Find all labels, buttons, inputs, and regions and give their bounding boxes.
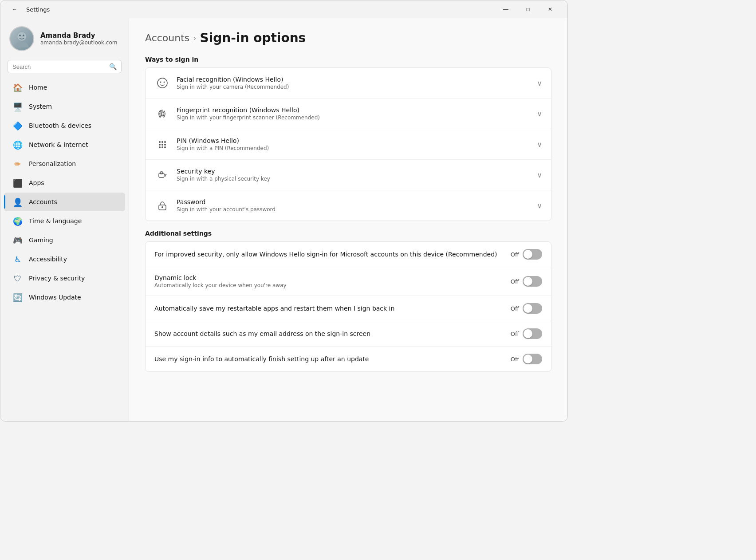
sidebar-item-system[interactable]: 🖥️ System — [4, 97, 125, 116]
svg-point-10 — [164, 141, 166, 143]
toggle-row-sign-in-info: Use my sign-in info to automatically fin… — [146, 347, 551, 371]
sidebar-item-time[interactable]: 🌍 Time & language — [4, 212, 125, 230]
nav-icon-time: 🌍 — [13, 216, 23, 226]
sidebar-item-personalization[interactable]: ✏️ Personalization — [4, 154, 125, 173]
nav-label-personalization: Personalization — [29, 160, 76, 167]
breadcrumb-separator: › — [193, 33, 196, 43]
nav-icon-update: 🔄 — [13, 292, 23, 302]
sign-in-icon-facial — [154, 75, 170, 91]
nav-list: 🏠 Home 🖥️ System 🔷 Bluetooth & devices 🌐… — [0, 78, 129, 307]
svg-point-9 — [161, 141, 163, 143]
title-bar-left: ← Settings — [8, 2, 50, 16]
sidebar-item-bluetooth[interactable]: 🔷 Bluetooth & devices — [4, 116, 125, 135]
svg-point-11 — [159, 144, 161, 146]
sign-in-text-facial: Facial recognition (Windows Hello) Sign … — [177, 76, 537, 90]
sign-in-item-password[interactable]: Password Sign in with your account's pas… — [146, 190, 551, 221]
toggle-text-restartable-apps: Automatically save my restartable apps a… — [154, 305, 511, 312]
sign-in-sublabel-facial: Sign in with your camera (Recommended) — [177, 84, 537, 90]
search-box[interactable]: 🔍 — [8, 60, 122, 73]
search-icon: 🔍 — [109, 63, 117, 70]
toggle-switch-account-details[interactable] — [523, 328, 542, 339]
svg-point-12 — [161, 144, 163, 146]
app-body: Amanda Brady amanda.brady@outlook.com 🔍 … — [0, 18, 567, 421]
svg-point-22 — [161, 206, 163, 208]
toggle-text-dynamic-lock: Dynamic lockAutomatically lock your devi… — [154, 274, 511, 288]
toggle-text-windows-hello-only: For improved security, only allow Window… — [154, 251, 511, 258]
app-title: Settings — [26, 6, 50, 13]
user-email: amanda.brady@outlook.com — [40, 39, 117, 46]
toggle-group-sign-in-info: Off — [511, 354, 542, 364]
sidebar-item-privacy[interactable]: 🛡 Privacy & security — [4, 269, 125, 288]
svg-point-5 — [158, 78, 167, 88]
search-input[interactable] — [12, 63, 106, 70]
toggle-off-label-windows-hello-only: Off — [511, 251, 519, 258]
svg-point-15 — [161, 146, 163, 148]
sidebar-item-network[interactable]: 🌐 Network & internet — [4, 135, 125, 154]
sidebar-item-gaming[interactable]: 🎮 Gaming — [4, 231, 125, 249]
nav-label-time: Time & language — [29, 217, 82, 225]
toggle-switch-restartable-apps[interactable] — [523, 303, 542, 314]
sign-in-item-facial[interactable]: Facial recognition (Windows Hello) Sign … — [146, 68, 551, 99]
toggle-switch-windows-hello-only[interactable] — [523, 249, 542, 260]
toggle-sublabel-dynamic-lock: Automatically lock your device when you'… — [154, 282, 502, 288]
nav-label-accessibility: Accessibility — [29, 256, 67, 263]
sidebar-item-accounts[interactable]: 👤 Accounts — [4, 193, 125, 211]
sidebar-item-apps[interactable]: ⬛ Apps — [4, 174, 125, 192]
chevron-icon-facial: ∨ — [537, 79, 542, 87]
sidebar-item-accessibility[interactable]: ♿ Accessibility — [4, 250, 125, 268]
sign-in-item-fingerprint[interactable]: Fingerprint recognition (Windows Hello) … — [146, 99, 551, 129]
additional-card: For improved security, only allow Window… — [145, 241, 551, 372]
back-button[interactable]: ← — [8, 2, 22, 16]
ways-card: Facial recognition (Windows Hello) Sign … — [145, 67, 551, 221]
toggle-off-label-account-details: Off — [511, 331, 519, 337]
sign-in-item-pin[interactable]: PIN (Windows Hello) Sign in with a PIN (… — [146, 129, 551, 160]
nav-icon-home: 🏠 — [13, 83, 23, 92]
minimize-button[interactable]: — — [496, 2, 516, 16]
chevron-icon-password: ∨ — [537, 201, 542, 210]
sign-in-text-fingerprint: Fingerprint recognition (Windows Hello) … — [177, 106, 537, 121]
toggle-group-restartable-apps: Off — [511, 303, 542, 314]
sign-in-label-pin: PIN (Windows Hello) — [177, 137, 537, 144]
nav-icon-accounts: 👤 — [13, 197, 23, 207]
user-info: Amanda Brady amanda.brady@outlook.com — [40, 32, 117, 46]
additional-section: Additional settings For improved securit… — [145, 230, 551, 372]
nav-label-home: Home — [29, 84, 47, 91]
nav-icon-system: 🖥️ — [13, 102, 23, 111]
sign-in-item-securitykey[interactable]: Security key Sign in with a physical sec… — [146, 160, 551, 190]
svg-point-6 — [160, 82, 161, 83]
sidebar: Amanda Brady amanda.brady@outlook.com 🔍 … — [0, 18, 129, 421]
toggle-switch-sign-in-info[interactable] — [523, 354, 542, 364]
toggle-group-windows-hello-only: Off — [511, 249, 542, 260]
nav-label-accounts: Accounts — [29, 198, 57, 205]
nav-icon-network: 🌐 — [13, 140, 23, 150]
svg-point-4 — [23, 35, 24, 36]
chevron-icon-fingerprint: ∨ — [537, 110, 542, 118]
toggle-row-restartable-apps: Automatically save my restartable apps a… — [146, 296, 551, 321]
svg-point-14 — [159, 146, 161, 148]
nav-label-apps: Apps — [29, 179, 44, 186]
breadcrumb: Accounts › Sign-in options — [145, 31, 551, 45]
nav-label-privacy: Privacy & security — [29, 275, 85, 282]
sign-in-label-fingerprint: Fingerprint recognition (Windows Hello) — [177, 106, 537, 114]
sidebar-item-update[interactable]: 🔄 Windows Update — [4, 288, 125, 307]
maximize-button[interactable]: □ — [518, 2, 538, 16]
sign-in-sublabel-password: Sign in with your account's password — [177, 206, 537, 213]
sign-in-text-password: Password Sign in with your account's pas… — [177, 198, 537, 213]
svg-point-2 — [17, 32, 26, 41]
sidebar-item-home[interactable]: 🏠 Home — [4, 78, 125, 97]
toggle-switch-dynamic-lock[interactable] — [523, 276, 542, 287]
sign-in-sublabel-securitykey: Sign in with a physical security key — [177, 176, 537, 182]
breadcrumb-parent[interactable]: Accounts — [145, 32, 189, 43]
title-bar: ← Settings — □ ✕ — [0, 0, 567, 18]
sign-in-icon-password — [154, 197, 170, 213]
user-profile[interactable]: Amanda Brady amanda.brady@outlook.com — [0, 18, 129, 58]
close-button[interactable]: ✕ — [540, 2, 560, 16]
sign-in-icon-fingerprint — [154, 106, 170, 122]
toggle-row-windows-hello-only: For improved security, only allow Window… — [146, 242, 551, 267]
main-content: Accounts › Sign-in options Ways to sign … — [129, 18, 567, 421]
toggle-off-label-restartable-apps: Off — [511, 305, 519, 312]
svg-point-1 — [15, 41, 29, 47]
avatar — [9, 26, 34, 51]
sign-in-icon-pin — [154, 136, 170, 152]
toggle-row-account-details: Show account details such as my email ad… — [146, 321, 551, 347]
